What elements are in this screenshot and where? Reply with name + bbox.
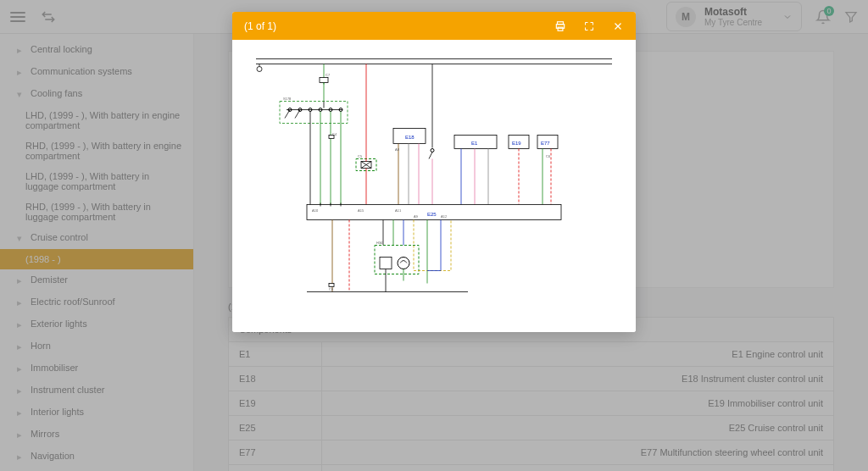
svg-text:A8: A8 (395, 147, 400, 152)
modal-overlay[interactable]: (1 of 1) (0, 0, 868, 471)
svg-point-5 (257, 67, 262, 72)
svg-text:A9: A9 (414, 214, 419, 219)
svg-line-21 (295, 110, 300, 119)
svg-rect-82 (329, 284, 334, 287)
svg-rect-76 (380, 258, 392, 269)
svg-point-77 (398, 258, 409, 269)
svg-text:E77: E77 (541, 141, 550, 146)
svg-rect-8 (320, 78, 328, 83)
wiring-diagram[interactable]: C7 S178 C4 (248, 50, 620, 322)
close-button[interactable] (612, 20, 624, 32)
svg-text:S178: S178 (283, 97, 292, 101)
svg-text:E18: E18 (405, 135, 415, 140)
svg-text:A15: A15 (358, 208, 364, 213)
svg-text:C8: C8 (329, 287, 334, 291)
svg-text:E25: E25 (427, 212, 437, 217)
svg-text:A12: A12 (441, 214, 448, 219)
svg-line-44 (429, 152, 432, 159)
print-button[interactable] (554, 20, 566, 32)
svg-text:C6: C6 (546, 154, 551, 158)
diagram-modal: (1 of 1) (232, 12, 636, 332)
modal-title: (1 of 1) (244, 20, 276, 32)
svg-text:C7: C7 (326, 73, 331, 77)
svg-text:E19: E19 (512, 141, 521, 146)
svg-rect-11 (280, 102, 348, 124)
modal-body: C7 S178 C4 (232, 40, 636, 332)
svg-point-43 (431, 149, 434, 152)
svg-rect-27 (329, 136, 334, 139)
fullscreen-button[interactable] (583, 20, 595, 32)
svg-text:C5: C5 (358, 154, 363, 158)
svg-text:A10: A10 (312, 208, 319, 213)
svg-text:H34: H34 (376, 241, 383, 245)
svg-text:E1: E1 (471, 141, 478, 146)
svg-line-20 (285, 110, 290, 119)
svg-text:A11: A11 (395, 208, 402, 213)
